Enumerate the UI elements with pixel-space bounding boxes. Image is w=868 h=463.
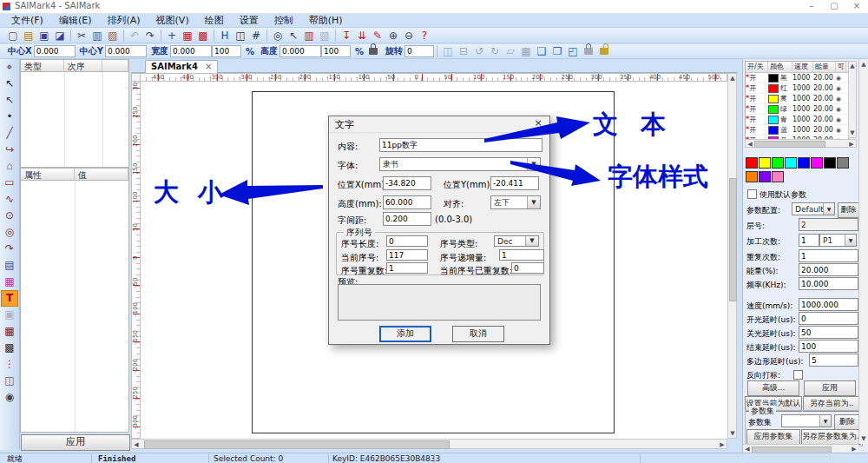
rectangle-icon[interactable]: ▭ (1, 175, 18, 191)
repeat-count-input[interactable] (799, 249, 858, 262)
menu-item-5[interactable]: 设置 (232, 14, 266, 27)
palette-swatch[interactable] (824, 157, 836, 169)
save-icon[interactable]: ▣ (36, 29, 52, 43)
serial-increment-input[interactable] (499, 249, 544, 261)
mirror-v-icon[interactable]: ⊟ (456, 44, 471, 58)
mark-preview-icon[interactable]: ↧ (339, 29, 354, 43)
scroll-up-icon[interactable]: ▲ (728, 74, 737, 83)
rotate-input[interactable] (404, 45, 434, 57)
layer-table-hscrollbar[interactable]: ◀ ▶ (745, 139, 857, 148)
ellipse-icon[interactable]: ◎ (1, 224, 18, 241)
document-tab[interactable]: SAIMark4 × (145, 60, 218, 73)
chevron-down-icon[interactable]: ▼ (525, 236, 538, 246)
property-list[interactable] (20, 181, 129, 433)
new-icon[interactable]: ▢ (5, 29, 21, 43)
save-set-as-button[interactable]: 另存层参数集为... (801, 429, 861, 445)
help-icon[interactable]: ? (417, 29, 432, 43)
palette-swatch[interactable] (746, 171, 758, 182)
layer-on-cell[interactable]: *开 (746, 125, 768, 135)
undo-icon[interactable]: ↶ (127, 29, 142, 43)
layer-col-header[interactable]: 开/关 (746, 62, 768, 72)
reverse-mark-checkbox[interactable] (793, 370, 803, 380)
zoom-out-icon[interactable]: ⊖ (401, 29, 417, 43)
copy-icon[interactable]: ▥ (89, 29, 105, 43)
canvas-horizontal-scrollbar[interactable]: ◀ ▶ (131, 439, 727, 449)
bitmap-icon[interactable]: ▦ (1, 274, 18, 290)
palette-swatch[interactable] (759, 157, 771, 169)
minimize-button[interactable]: – (800, 0, 823, 12)
layer-on-cell[interactable]: *开 (746, 83, 768, 93)
layer-col-header[interactable]: 速度 (792, 62, 813, 72)
save-as-icon[interactable]: ◪ (52, 29, 68, 43)
palette-swatch[interactable] (772, 157, 784, 169)
palette-swatch[interactable] (811, 157, 823, 169)
serial-repeat-input[interactable] (386, 262, 428, 274)
serial-repeated-input[interactable] (511, 262, 544, 274)
frequency-input[interactable] (799, 277, 858, 290)
redo-icon[interactable]: ↷ (142, 29, 158, 43)
point-icon[interactable]: • (1, 109, 18, 125)
scroll-up-icon[interactable]: ▲ (848, 62, 857, 70)
dialog-title-bar[interactable]: 文字 × (329, 116, 549, 133)
chevron-down-icon[interactable]: ▼ (527, 158, 540, 170)
apply-properties-button[interactable]: 应用 (21, 434, 130, 451)
calibrate-icon[interactable]: ▥ (301, 29, 317, 43)
energy-input[interactable] (799, 263, 858, 276)
eye-icon[interactable]: ◉ (836, 75, 841, 82)
layer-row[interactable]: *开黑100020.00◉ (746, 73, 848, 83)
layer-color-swatch[interactable] (768, 95, 779, 103)
font-combo[interactable]: 隶书▼ (379, 157, 541, 171)
mark-icon[interactable]: ⇊ (354, 29, 370, 43)
pass-count-input[interactable] (799, 234, 819, 247)
use-default-checkbox[interactable] (747, 189, 757, 199)
chevron-down-icon[interactable]: ▼ (819, 415, 831, 427)
text-icon[interactable]: T (1, 290, 18, 307)
layer-row[interactable]: *开青100020.00◉ (746, 115, 848, 125)
layer-color-swatch[interactable] (768, 74, 779, 83)
layer-on-cell[interactable]: *开 (746, 104, 768, 114)
layer-col-header[interactable]: 颜色 (768, 62, 792, 72)
height-percent-input[interactable] (321, 45, 351, 57)
hatch-fill-icon[interactable]: ▦ (1, 323, 18, 340)
array-icon[interactable]: ▩ (195, 29, 211, 43)
layer-col-header[interactable]: 可. (836, 62, 846, 72)
serial-type-combo[interactable]: Dec▼ (494, 235, 539, 247)
chevron-down-icon[interactable]: ▼ (823, 203, 834, 215)
timer-icon[interactable]: ◉ (1, 389, 18, 406)
mirror-h-icon[interactable]: ◫ (440, 44, 456, 58)
menu-item-3[interactable]: 视图(V) (148, 14, 197, 27)
dialog-close-icon[interactable]: × (530, 117, 546, 130)
object-list[interactable] (20, 72, 129, 168)
menu-item-6[interactable]: 控制 (266, 14, 301, 27)
layer-row[interactable]: *开红100020.00◉ (746, 83, 848, 94)
layer-on-cell[interactable]: *开 (746, 73, 768, 83)
group-icon[interactable]: ❑ (534, 44, 549, 58)
layer-color-swatch[interactable] (768, 105, 779, 114)
chevron-down-icon[interactable]: ▼ (527, 196, 540, 208)
barcode-icon[interactable]: ▩ (1, 340, 18, 356)
align-combo[interactable]: 左下▼ (490, 195, 541, 209)
property-column-header[interactable]: 属性 (21, 169, 75, 180)
eye-icon[interactable]: ◉ (836, 127, 841, 134)
eye-icon[interactable]: ◉ (836, 85, 841, 92)
hatch-icon[interactable]: ▦ (180, 29, 195, 43)
lock-icon[interactable] (584, 48, 593, 55)
param-config-combo[interactable]: Default▼ (792, 202, 835, 215)
laser-dots-icon[interactable]: ⋮ (1, 356, 18, 373)
layer-row[interactable]: *开蓝100020.00◉ (746, 125, 848, 136)
scroll-down-icon[interactable]: ▼ (728, 429, 737, 438)
mark-param-icon[interactable]: ✎ (370, 29, 385, 43)
scroll-left-icon[interactable]: ◀ (746, 140, 754, 149)
panel-vertical-scrollbar[interactable]: ▲ ▼ (858, 59, 868, 444)
close-button[interactable]: × (845, 0, 868, 12)
distribute-icon[interactable]: ◫ (233, 29, 248, 43)
line-icon[interactable]: ╱ (1, 125, 18, 142)
pos-y-input[interactable] (490, 176, 539, 190)
param-set-combo[interactable]: ▼ (781, 414, 832, 427)
apply-set-button[interactable]: 应用参数集 (746, 429, 800, 445)
layer-row[interactable]: *开绿100020.00◉ (746, 104, 848, 115)
center-x-input[interactable] (34, 45, 76, 57)
open-icon[interactable]: ▤ (21, 29, 36, 43)
zoom-in-icon[interactable]: ⊕ (385, 29, 401, 43)
menu-item-0[interactable]: 文件(F) (3, 14, 51, 27)
